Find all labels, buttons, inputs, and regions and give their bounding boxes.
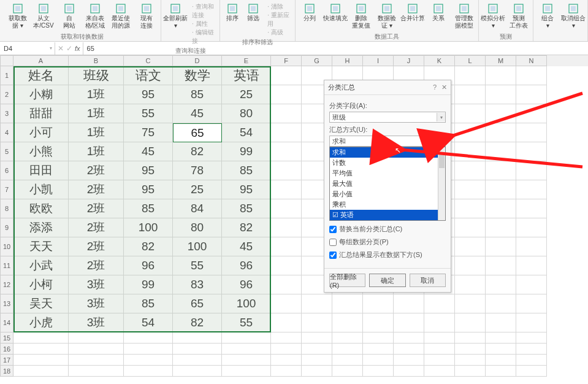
cell[interactable] [332,332,363,344]
cell[interactable]: 1班 [69,85,124,104]
cell[interactable]: 55 [222,313,271,332]
ribbon-from_web[interactable]: 自 网站 [58,1,81,33]
cell[interactable]: 小熊 [13,142,69,161]
cell[interactable] [124,366,173,377]
col-header-N[interactable]: N [516,55,547,66]
cell[interactable] [516,123,547,142]
cell[interactable] [486,142,516,161]
cell[interactable]: 95 [124,180,173,199]
cell[interactable] [516,180,547,199]
cell[interactable] [486,332,516,344]
dropdown-option[interactable]: 最小值 [330,189,445,199]
cell[interactable]: 82 [124,237,173,256]
cell[interactable]: 2班 [69,256,124,275]
cell[interactable] [486,218,516,237]
cell[interactable] [332,294,363,313]
ribbon-relations[interactable]: 关系 [427,1,450,33]
cell[interactable]: 2班 [69,199,124,218]
cell[interactable] [455,161,486,180]
row-header[interactable]: 8 [0,199,13,218]
cell[interactable] [173,332,222,344]
cell[interactable] [486,355,516,366]
cell[interactable]: 姓名 [13,66,69,85]
cell[interactable]: 100 [173,237,222,256]
method-dropdown[interactable]: 求和计数平均值最大值最小值乘积☑ 英语 [329,147,446,221]
cell[interactable] [394,294,424,313]
dialog-close-icon[interactable]: ✕ [441,83,447,91]
cancel-button[interactable]: 取消 [410,274,446,287]
dropdown-option[interactable]: 平均值 [330,168,445,179]
cell[interactable]: 85 [222,161,271,180]
cell[interactable]: 75 [124,123,173,142]
check-replace[interactable]: 替换当前分类汇总(C) [329,225,446,234]
cell[interactable]: 欧欧 [13,199,69,218]
cell[interactable] [455,199,486,218]
cell[interactable] [271,66,302,85]
cell[interactable]: 96 [222,275,271,294]
cell[interactable] [455,180,486,199]
field-select[interactable]: 班级 ▾ [329,112,446,123]
ribbon-manage_dm[interactable]: 管理数 据模型 [452,1,476,33]
cell[interactable]: 83 [173,275,222,294]
cell[interactable]: 85 [124,199,173,218]
ok-button[interactable]: 确定 [369,274,405,287]
cell[interactable]: 3班 [69,275,124,294]
cell[interactable] [486,66,516,85]
row-header[interactable]: 10 [0,237,13,256]
ribbon-consolidate[interactable]: 合并计算 [401,1,424,33]
cell[interactable]: 数学 [173,66,222,85]
row-header[interactable]: 13 [0,294,13,313]
row-header[interactable]: 1 [0,66,13,85]
cell[interactable] [394,332,424,344]
cell[interactable] [271,313,302,332]
cell[interactable]: 65 [173,123,222,142]
cell[interactable] [363,355,394,366]
cell[interactable]: 80 [173,218,222,237]
cell[interactable] [363,294,394,313]
ribbon-side-item[interactable]: · 编辑链接 [192,28,215,45]
cell[interactable] [516,199,547,218]
cell[interactable] [424,313,455,332]
cell[interactable]: 82 [222,218,271,237]
cell[interactable]: 100 [222,294,271,313]
row-header[interactable]: 6 [0,161,13,180]
cell[interactable]: 85 [124,294,173,313]
cell[interactable] [455,218,486,237]
col-header-J[interactable]: J [394,55,424,66]
row-header[interactable]: 11 [0,256,13,275]
row-header[interactable]: 7 [0,180,13,199]
cell[interactable] [516,218,547,237]
dropdown-option[interactable]: 求和 [330,147,445,158]
cell[interactable]: 100 [124,218,173,237]
col-header-H[interactable]: H [332,55,363,66]
cell[interactable] [486,313,516,332]
cell[interactable] [455,313,486,332]
cell[interactable]: 80 [222,104,271,123]
cell[interactable] [302,355,332,366]
ribbon-side-item[interactable]: · 重新应用 [267,11,290,28]
ribbon-from_range[interactable]: 来自表 格/区域 [83,1,107,33]
cell[interactable]: 1班 [69,123,124,142]
cell[interactable] [173,366,222,377]
cell[interactable] [363,344,394,355]
ribbon-filter[interactable]: 筛选 [244,1,263,38]
cell[interactable]: 95 [222,180,271,199]
cell[interactable] [271,275,302,294]
cell[interactable] [424,332,455,344]
cell[interactable] [124,355,173,366]
col-header-D[interactable]: D [173,55,222,66]
col-header-L[interactable]: L [455,55,486,66]
cell[interactable] [455,66,486,85]
fx-icon[interactable]: fx [75,45,80,52]
cell[interactable] [516,344,547,355]
row-header[interactable]: 14 [0,313,13,332]
cell[interactable] [486,180,516,199]
cell[interactable] [363,366,394,377]
cell[interactable] [271,142,302,161]
cell[interactable]: 英语 [222,66,271,85]
row-header[interactable]: 15 [0,332,13,344]
cell[interactable] [363,313,394,332]
cell[interactable] [394,366,424,377]
col-header-I[interactable]: I [363,55,394,66]
ribbon-recent[interactable]: 最近使 用的源 [109,1,132,33]
